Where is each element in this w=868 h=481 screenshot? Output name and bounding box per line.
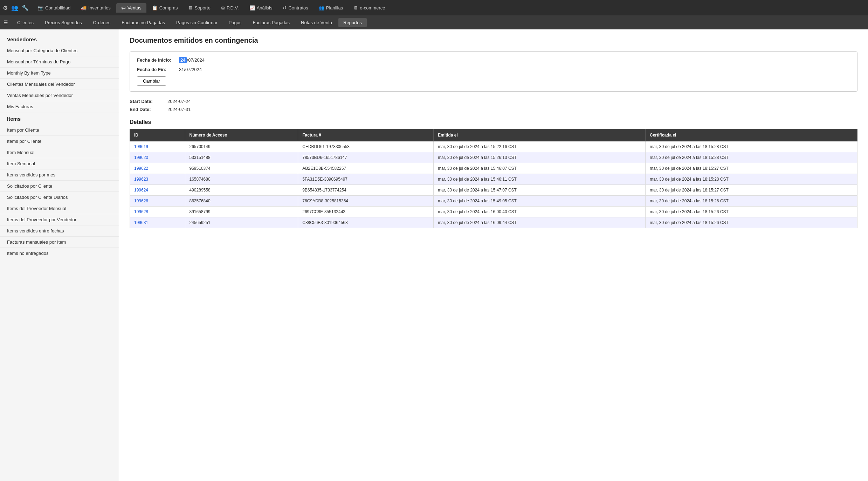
- cell-id: 199628: [130, 207, 185, 217]
- sidebar-item-items-por-cliente[interactable]: Items por Cliente: [0, 136, 119, 147]
- cell-emitida: mar, 30 de jul de 2024 a las 15:46:11 CS…: [434, 174, 646, 185]
- detalles-title: Detalles: [130, 119, 857, 125]
- sidebar-item-items-proveedor-vendedor[interactable]: Items del Proveedor por Vendedor: [0, 214, 119, 225]
- sidebar-item-solicitados-cliente[interactable]: Solicitados por Cliente: [0, 181, 119, 192]
- cell-emitida: mar, 30 de jul de 2024 a las 16:00:40 CS…: [434, 207, 646, 217]
- cell-emitida: mar, 30 de jul de 2024 a las 16:09:44 CS…: [434, 217, 646, 228]
- settings-icon[interactable]: ⚙: [3, 5, 8, 11]
- cell-id: 199623: [130, 174, 185, 185]
- sidebar-item-item-mensual[interactable]: Item Mensual: [0, 147, 119, 158]
- sidebar-item-mis-facturas[interactable]: Mis Facturas: [0, 101, 119, 112]
- sidebar-item-items-vendidos-mes[interactable]: Items vendidos por mes: [0, 169, 119, 181]
- info-row-end: End Date: 2024-07-31: [130, 107, 857, 112]
- cell-factura: 76C9ADB8-3025815354: [298, 196, 434, 207]
- fecha-fin-label: Fecha de Fin:: [137, 67, 179, 72]
- cell-id: 199619: [130, 141, 185, 152]
- tab-planillas[interactable]: 👥 Planillas: [314, 3, 348, 13]
- soporte-icon: 🖥: [188, 5, 193, 11]
- sidebar-item-item-semanal[interactable]: Item Semanal: [0, 158, 119, 169]
- filter-row-fin: Fecha de Fin: 31/07/2024: [137, 67, 850, 72]
- tab-contabilidad[interactable]: 📷 Contabilidad: [33, 3, 75, 13]
- fecha-inicio-day: 24: [179, 57, 187, 63]
- menu-icon[interactable]: ☰: [4, 20, 8, 25]
- main-layout: Vendedores Mensual por Categoría de Clie…: [0, 29, 868, 481]
- sidebar-item-items-vendidos-fechas[interactable]: Items vendidos entre fechas: [0, 225, 119, 237]
- tab-inventarios[interactable]: 🚚 Inventarios: [76, 3, 116, 13]
- cell-emitida: mar, 30 de jul de 2024 a las 15:46:07 CS…: [434, 163, 646, 174]
- tools-icon[interactable]: 🔧: [22, 5, 29, 11]
- row-id-link[interactable]: 199619: [134, 144, 148, 149]
- end-date-label: End Date:: [130, 107, 165, 112]
- cell-factura: 78573BD6-1651786147: [298, 152, 434, 163]
- row-id-link[interactable]: 199623: [134, 177, 148, 182]
- compras-icon: 📋: [152, 5, 158, 11]
- row-id-link[interactable]: 199631: [134, 220, 148, 225]
- cell-certificada: mar, 30 de jul de 2024 a las 18:15:26 CS…: [646, 207, 857, 217]
- sidebar-item-items-no-entregados[interactable]: Items no entregados: [0, 248, 119, 259]
- tab-compras[interactable]: 📋 Compras: [147, 3, 183, 13]
- sidebar-item-mensual-terminos[interactable]: Mensual por Términos de Pago: [0, 56, 119, 68]
- sidebar-item-monthly-by-item-type[interactable]: Monthly By Item Type: [0, 68, 119, 79]
- tab-ecommerce[interactable]: 🖥 e-commerce: [349, 3, 390, 13]
- table-row: 199631245659251C88C56B3-3019064568mar, 3…: [130, 217, 857, 228]
- cell-certificada: mar, 30 de jul de 2024 a las 18:15:28 CS…: [646, 152, 857, 163]
- second-navigation: ☰ Clientes Precios Sugeridos Ordenes Fac…: [0, 15, 868, 29]
- row-id-link[interactable]: 199624: [134, 188, 148, 193]
- nav-pagos[interactable]: Pagos: [224, 18, 247, 27]
- ecommerce-icon: 🖥: [353, 5, 358, 11]
- cell-certificada: mar, 30 de jul de 2024 a las 18:15:26 CS…: [646, 217, 857, 228]
- sidebar-item-solicitados-cliente-diarios[interactable]: Solicitados por Cliente Diarios: [0, 192, 119, 203]
- row-id-link[interactable]: 199620: [134, 155, 148, 160]
- users-icon[interactable]: 👥: [11, 5, 18, 11]
- cell-acceso: 862576840: [185, 196, 298, 207]
- tab-soporte[interactable]: 🖥 Soporte: [183, 3, 215, 13]
- row-id-link[interactable]: 199622: [134, 166, 148, 171]
- col-header-certificada: Certificada el: [646, 129, 857, 141]
- sidebar-item-mensual-categoria[interactable]: Mensual por Categoría de Clientes: [0, 45, 119, 56]
- analisis-icon: 📈: [249, 5, 255, 11]
- nav-precios-sugeridos[interactable]: Precios Sugeridos: [40, 18, 87, 27]
- row-id-link[interactable]: 199626: [134, 198, 148, 203]
- sidebar: Vendedores Mensual por Categoría de Clie…: [0, 29, 119, 481]
- col-header-emitida: Emitida el: [434, 129, 646, 141]
- sidebar-section-items: Items: [0, 112, 119, 125]
- contabilidad-icon: 📷: [38, 5, 43, 11]
- nav-pagos-sin-confirmar[interactable]: Pagos sin Confirmar: [171, 18, 222, 27]
- sidebar-item-items-proveedor-mensual[interactable]: Items del Proveedor Mensual: [0, 203, 119, 214]
- planillas-icon: 👥: [319, 5, 324, 11]
- cell-acceso: 165874680: [185, 174, 298, 185]
- sidebar-item-ventas-mensuales[interactable]: Ventas Mensuales por Vendedor: [0, 90, 119, 101]
- sidebar-item-facturas-mensuales-item[interactable]: Facturas mensuales por Item: [0, 237, 119, 248]
- data-table: ID Número de Acceso Factura # Emitida el…: [130, 129, 857, 228]
- cell-acceso: 533151488: [185, 152, 298, 163]
- sidebar-item-clientes-mensuales[interactable]: Clientes Mensuales del Vendedor: [0, 79, 119, 90]
- cambiar-button[interactable]: Cambiar: [137, 76, 166, 86]
- tab-analisis[interactable]: 📈 Análisis: [244, 3, 277, 13]
- top-navigation: ⚙ 👥 🔧 📷 Contabilidad 🚚 Inventarios 🏷 Ven…: [0, 0, 868, 15]
- nav-clientes[interactable]: Clientes: [12, 18, 39, 27]
- col-header-acceso: Número de Acceso: [185, 129, 298, 141]
- start-date-value: 2024-07-24: [167, 99, 191, 104]
- tab-pdv[interactable]: ◎ P.D.V.: [216, 3, 244, 13]
- nav-facturas-no-pagadas[interactable]: Facturas no Pagadas: [117, 18, 170, 27]
- cell-factura: 5FA31D5E-3890695497: [298, 174, 434, 185]
- sidebar-section-vendedores: Vendedores: [0, 33, 119, 45]
- tab-ventas[interactable]: 🏷 Ventas: [116, 3, 146, 13]
- cell-acceso: 959510374: [185, 163, 298, 174]
- cell-certificada: mar, 30 de jul de 2024 a las 18:15:28 CS…: [646, 141, 857, 152]
- nav-notas-de-venta[interactable]: Notas de Venta: [296, 18, 337, 27]
- cell-factura: C88C56B3-3019064568: [298, 217, 434, 228]
- sidebar-item-item-por-cliente[interactable]: Item por Cliente: [0, 125, 119, 136]
- cell-factura: CEDBDD61-1973306553: [298, 141, 434, 152]
- row-id-link[interactable]: 199628: [134, 209, 148, 214]
- fecha-inicio-rest: /07/2024: [187, 57, 205, 63]
- nav-reportes[interactable]: Reportes: [338, 18, 367, 27]
- col-header-factura: Factura #: [298, 129, 434, 141]
- tab-contratos[interactable]: ↺ Contratos: [278, 3, 313, 13]
- nav-ordenes[interactable]: Ordenes: [88, 18, 115, 27]
- cell-emitida: mar, 30 de jul de 2024 a las 15:22:16 CS…: [434, 141, 646, 152]
- cell-emitida: mar, 30 de jul de 2024 a las 15:47:07 CS…: [434, 185, 646, 196]
- cell-acceso: 891658799: [185, 207, 298, 217]
- cell-factura: 2697CC8E-855132443: [298, 207, 434, 217]
- nav-facturas-pagadas[interactable]: Facturas Pagadas: [248, 18, 295, 27]
